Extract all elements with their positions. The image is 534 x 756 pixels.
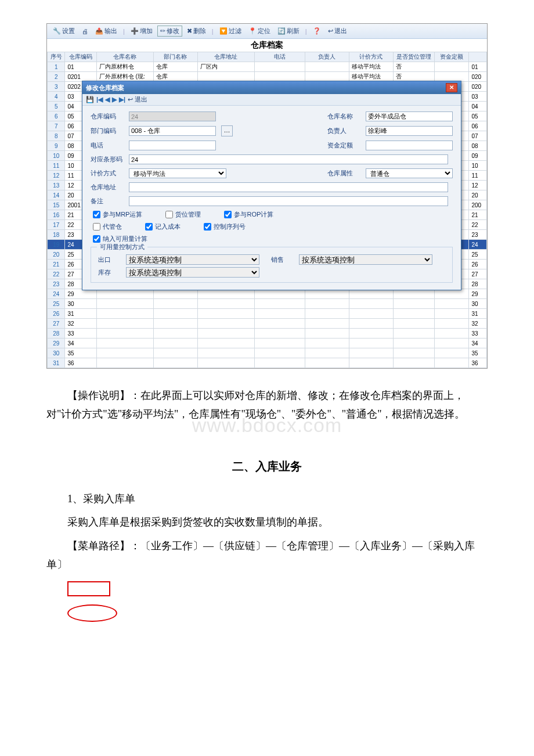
col-last — [469, 52, 487, 62]
col-fund[interactable]: 资金定额 — [434, 52, 469, 62]
cb-in-cost[interactable]: 记入成本 — [145, 222, 181, 231]
refresh-button[interactable]: 🔄 刷新 — [275, 26, 302, 36]
select-method[interactable]: 移动平均法 — [129, 168, 226, 178]
select-sale[interactable]: 按系统选项控制 — [299, 254, 432, 265]
lbl-fund: 资金定额 — [327, 141, 360, 150]
doc-h2: 二、入库业务 — [46, 456, 488, 477]
group-avail-control: 可用量控制方式 出口 按系统选项控制 销售 按系统选项控制 库存 按系统选项控制 — [91, 247, 453, 283]
dialog-toolbar: 💾 |◀ ◀ ▶ ▶| ↩ 退出 — [82, 94, 461, 106]
input-remark[interactable] — [129, 196, 448, 206]
lbl-method: 计价方式 — [91, 169, 123, 178]
add-button[interactable]: ➕ 增加 — [128, 26, 155, 36]
table-row[interactable]: 293434 — [48, 339, 487, 348]
col-code[interactable]: 仓库编码 — [65, 52, 96, 62]
first-icon[interactable]: |◀ — [96, 96, 103, 103]
input-barcode[interactable] — [129, 154, 448, 164]
cb-rop[interactable]: 参与ROP计算 — [224, 210, 273, 219]
select-export[interactable]: 按系统选项控制 — [126, 254, 259, 265]
table-row[interactable]: 101厂内原材料仓仓库厂区内移动平均法否01 — [48, 62, 487, 72]
col-seq[interactable]: 序号 — [48, 52, 65, 62]
settings-button[interactable]: 🔧 设置 — [50, 26, 77, 36]
red-oval-annotation — [67, 604, 117, 622]
group-legend: 可用量控制方式 — [97, 243, 147, 251]
dialog-exit-button[interactable]: ↩ 退出 — [128, 95, 147, 104]
doc-p4: 【菜单路径】：〔业务工作〕—〔供应链〕—〔仓库管理〕—〔入库业务〕—〔采购入库单… — [46, 537, 488, 574]
table-row[interactable]: 253030 — [48, 299, 487, 309]
filter-button[interactable]: 🔽 过滤 — [217, 26, 244, 36]
table-row[interactable]: 263131 — [48, 309, 487, 319]
lbl-addr: 仓库地址 — [91, 183, 123, 192]
cb-avail-calc[interactable]: 纳入可用量计算 — [93, 235, 147, 243]
input-addr[interactable] — [129, 182, 448, 192]
select-stock[interactable]: 按系统选项控制 — [126, 267, 259, 278]
annotations — [46, 581, 488, 622]
delete-button[interactable]: ✖ 删除 — [185, 26, 208, 36]
cb-mrp[interactable]: 参与MRP运算 — [93, 210, 142, 219]
dialog-titlebar[interactable]: 修改仓库档案 ✕ — [82, 81, 461, 94]
table-row[interactable]: 283333 — [48, 329, 487, 339]
col-resp[interactable]: 负责人 — [305, 52, 349, 62]
grid-header: 序号 仓库编码 仓库名称 部门名称 仓库地址 电话 负责人 计价方式 是否货位管… — [48, 52, 487, 62]
table-row[interactable]: 313636 — [48, 358, 487, 368]
col-loc-mgmt[interactable]: 是否货位管理 — [393, 52, 434, 62]
lbl-export: 出口 — [98, 255, 114, 264]
input-phone[interactable] — [129, 141, 216, 150]
output-button[interactable]: 📤 输出 — [93, 26, 120, 36]
prev-icon[interactable]: ◀ — [105, 96, 110, 103]
lbl-attr: 仓库属性 — [327, 169, 360, 178]
lbl-resp: 负责人 — [327, 127, 360, 135]
col-tel[interactable]: 电话 — [254, 52, 305, 62]
table-row[interactable]: 242929 — [48, 289, 487, 299]
input-resp[interactable] — [366, 126, 453, 136]
col-name[interactable]: 仓库名称 — [96, 52, 153, 62]
document-body: 【操作说明】：在此界面上可以实师对仓库的新增、修改；在修改仓库档案的界面上，对"… — [46, 386, 488, 622]
table-row[interactable]: 20201厂外原材料仓 (现:仓库移动平均法否020 — [48, 72, 487, 82]
lbl-stock: 库存 — [98, 268, 114, 277]
cb-proxy[interactable]: 代管仓 — [93, 222, 122, 231]
table-row[interactable]: 303535 — [48, 348, 487, 358]
input-fund[interactable] — [366, 141, 453, 150]
doc-p3: 采购入库单是根据采购到货签收的实收数量填制的单据。 — [46, 513, 488, 531]
select-attr[interactable]: 普通仓 — [366, 168, 453, 178]
locate-button[interactable]: 📍 定位 — [246, 26, 273, 36]
cb-loc-mgmt[interactable]: 货位管理 — [165, 210, 201, 219]
lbl-remark: 备注 — [91, 197, 123, 206]
save-icon[interactable]: 💾 — [86, 96, 94, 103]
edit-dialog: 修改仓库档案 ✕ 💾 |◀ ◀ ▶ ▶| ↩ 退出 仓库编码 仓库名称 部门编码… — [82, 81, 461, 290]
help-icon[interactable]: ❓ — [311, 27, 323, 35]
lbl-phone: 电话 — [91, 141, 123, 150]
main-toolbar: 🔧 设置 🖨 📤 输出 | ➕ 增加 ✏ 修改 ✖ 删除 | 🔽 过滤 📍 定位… — [47, 24, 487, 39]
last-icon[interactable]: ▶| — [119, 96, 125, 103]
print-icon[interactable]: 🖨 — [80, 27, 91, 35]
col-addr[interactable]: 仓库地址 — [197, 52, 254, 62]
input-dept[interactable] — [129, 126, 216, 136]
modify-button[interactable]: ✏ 修改 — [157, 26, 182, 37]
page-title: 仓库档案 — [47, 39, 487, 52]
exit-button[interactable]: ↩ 退出 — [326, 26, 349, 36]
input-name[interactable] — [366, 111, 453, 121]
col-dept[interactable]: 部门名称 — [153, 52, 197, 62]
lbl-name: 仓库名称 — [327, 112, 360, 121]
lbl-code: 仓库编码 — [91, 112, 123, 121]
table-row[interactable]: 273232 — [48, 319, 487, 329]
doc-p2: 1、采购入库单 — [46, 489, 488, 508]
input-code[interactable] — [129, 111, 216, 121]
red-box-annotation — [67, 581, 110, 596]
dialog-title-text: 修改仓库档案 — [86, 84, 124, 92]
lbl-dept: 部门编码 — [91, 127, 123, 135]
lbl-barcode: 对应条形码 — [91, 155, 123, 164]
next-icon[interactable]: ▶ — [112, 96, 117, 103]
dept-lookup-button[interactable]: … — [221, 125, 233, 136]
app-screenshot: 🔧 设置 🖨 📤 输出 | ➕ 增加 ✏ 修改 ✖ 删除 | 🔽 过滤 📍 定位… — [46, 23, 488, 369]
cb-ctrl-sn[interactable]: 控制序列号 — [204, 222, 246, 231]
close-button[interactable]: ✕ — [446, 83, 457, 92]
col-method[interactable]: 计价方式 — [349, 52, 393, 62]
lbl-sale: 销售 — [271, 255, 287, 264]
